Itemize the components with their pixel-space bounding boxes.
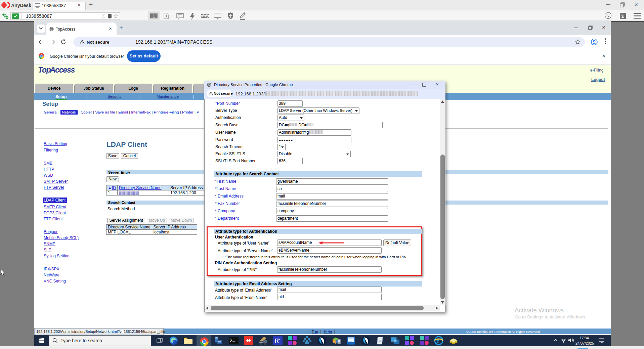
svg-text:e: e [437, 337, 439, 344]
svg-text:X: X [278, 338, 281, 341]
